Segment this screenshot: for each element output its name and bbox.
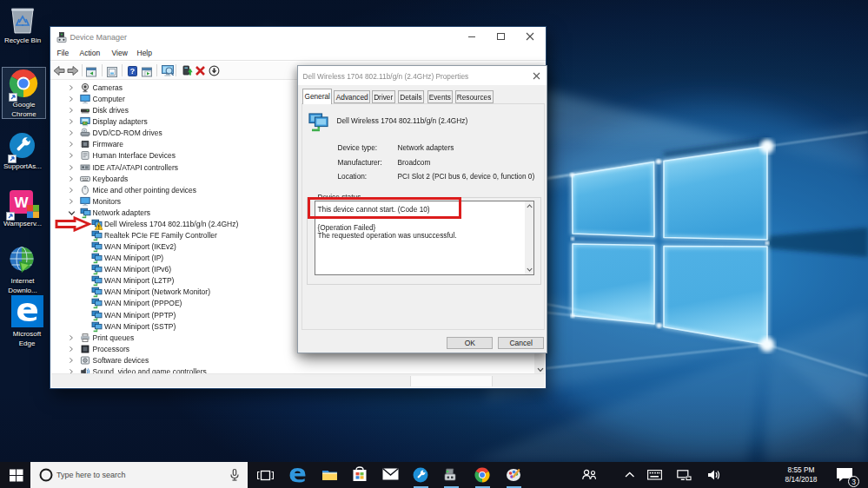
svg-text:W: W [14,195,29,211]
svg-text:3: 3 [851,478,856,486]
svg-text:?: ? [129,67,135,76]
